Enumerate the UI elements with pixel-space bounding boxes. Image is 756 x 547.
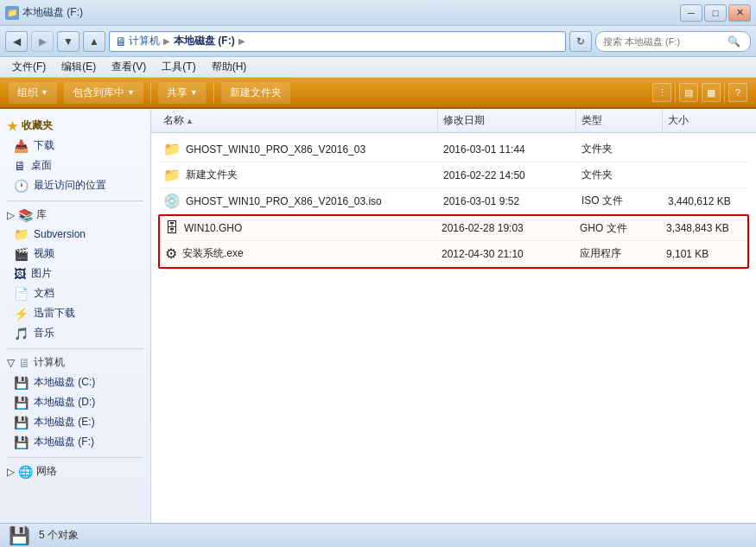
file-type-cell: 文件夹 (576, 165, 663, 185)
sidebar-item-music[interactable]: 🎵 音乐 (0, 323, 150, 343)
file-type-cell: 应用程序 (575, 244, 661, 264)
file-table-header: 名称 ▲ 修改日期 类型 大小 (151, 109, 756, 133)
breadcrumb-current[interactable]: 本地磁盘 (F:) (174, 34, 235, 48)
file-size-cell: 9,101 KB (661, 245, 747, 263)
refresh-button[interactable]: ↻ (569, 31, 592, 52)
close-button[interactable]: ✕ (728, 4, 751, 22)
file-name-cell: 🗄 WIN10.GHO (160, 218, 436, 239)
sidebar-network-header[interactable]: ▷ 🌐 网络 (0, 461, 150, 481)
item-count: 5 个对象 (39, 528, 79, 543)
share-button[interactable]: 共享 ▼ (158, 82, 206, 104)
sidebar-item-disk-c[interactable]: 💾 本地磁盘 (C:) (0, 372, 150, 392)
toolbar: 组织 ▼ 包含到库中 ▼ 共享 ▼ 新建文件夹 ⋮ ▤ ▦ ? (0, 78, 756, 109)
sidebar-item-desktop[interactable]: 🖥 桌面 (0, 156, 150, 175)
title-bar: 📁 本地磁盘 (F:) ─ □ ✕ (0, 0, 756, 26)
sidebar-divider-3 (7, 457, 143, 458)
minimize-button[interactable]: ─ (680, 4, 702, 22)
menu-view[interactable]: 查看(V) (105, 58, 153, 76)
file-modified-cell: 2012-04-30 21:10 (436, 245, 575, 263)
library-folder-icon: 📚 (18, 208, 33, 222)
menu-tools[interactable]: 工具(T) (155, 58, 202, 76)
library-expand-icon: ▷ (7, 209, 15, 221)
sidebar-library-section: ▷ 📚 库 📁 Subversion 🎬 视频 🖼 图片 📄 文档 ⚡ (0, 205, 150, 343)
search-input[interactable] (603, 36, 724, 47)
sidebar: ★ 收藏夹 📥 下载 🖥 桌面 🕐 最近访问的位置 ▷ 📚 库 (0, 109, 151, 523)
file-modified-date: 2016-03-01 11:44 (443, 143, 525, 156)
help-button[interactable]: ? (728, 83, 747, 102)
file-size: 3,348,843 KB (666, 222, 729, 234)
col-size-header[interactable]: 大小 (663, 109, 749, 132)
table-row[interactable]: ⚙ 安装系统.exe 2012-04-30 21:10 应用程序 9,101 K… (160, 241, 747, 267)
file-type-icon: 📁 (163, 141, 181, 157)
pictures-icon: 🖼 (14, 267, 26, 281)
sidebar-item-pictures[interactable]: 🖼 图片 (0, 264, 150, 283)
music-icon: 🎵 (14, 327, 29, 340)
sidebar-item-download[interactable]: 📥 下载 (0, 136, 150, 156)
file-modified-date: 2016-02-22 14:50 (443, 169, 525, 181)
file-name: GHOST_WIN10_PRO_X86_V2016_03.iso (186, 195, 382, 207)
toolbar-separator-3 (675, 82, 676, 103)
file-modified-cell: 2016-03-01 9:52 (438, 193, 576, 210)
view-list-button[interactable]: ▤ (679, 83, 698, 102)
sidebar-item-disk-e[interactable]: 💾 本地磁盘 (E:) (0, 412, 150, 432)
include-library-button[interactable]: 包含到库中 ▼ (64, 82, 143, 104)
new-folder-button[interactable]: 新建文件夹 (221, 82, 290, 104)
computer-expand-icon: ▽ (7, 357, 15, 369)
file-name: 新建文件夹 (186, 168, 238, 182)
forward-button[interactable]: ▶ (31, 31, 54, 52)
dropdown-button[interactable]: ▼ (57, 31, 79, 52)
menu-bar: 文件(F) 编辑(E) 查看(V) 工具(T) 帮助(H) (0, 57, 756, 78)
table-row[interactable]: 📁 GHOST_WIN10_PRO_X86_V2016_03 2016-03-0… (158, 137, 749, 162)
sidebar-library-header[interactable]: ▷ 📚 库 (0, 205, 150, 225)
table-row[interactable]: 💿 GHOST_WIN10_PRO_X86_V2016_03.iso 2016-… (158, 188, 749, 214)
sidebar-favorites-header[interactable]: ★ 收藏夹 (0, 116, 150, 136)
subversion-icon: 📁 (14, 227, 29, 241)
up-button[interactable]: ▲ (83, 31, 105, 52)
sidebar-item-documents[interactable]: 📄 文档 (0, 283, 150, 303)
table-row[interactable]: 🗄 WIN10.GHO 2016-02-28 19:03 GHO 文件 3,34… (160, 216, 747, 241)
sidebar-item-videos[interactable]: 🎬 视频 (0, 244, 150, 264)
file-size-cell: 3,348,843 KB (661, 219, 747, 237)
desktop-icon: 🖥 (14, 159, 26, 173)
file-size-cell (663, 173, 749, 178)
share-arrow-icon: ▼ (190, 88, 198, 97)
file-modified-cell: 2016-02-28 19:03 (436, 219, 575, 237)
organize-button[interactable]: 组织 ▼ (9, 82, 57, 104)
search-icon[interactable]: 🔍 (727, 35, 740, 48)
sidebar-item-subversion[interactable]: 📁 Subversion (0, 225, 150, 244)
drive-icon: 💾 (9, 525, 30, 546)
organize-arrow-icon: ▼ (41, 88, 48, 97)
menu-file[interactable]: 文件(F) (5, 58, 53, 76)
more-options-button[interactable]: ⋮ (652, 83, 671, 102)
window-icon: 📁 (5, 6, 19, 20)
toolbar-separator-1 (150, 82, 151, 103)
file-name-cell: 💿 GHOST_WIN10_PRO_X86_V2016_03.iso (158, 190, 438, 212)
col-name-header[interactable]: 名称 ▲ (158, 109, 438, 132)
sidebar-item-xunlei[interactable]: ⚡ 迅雷下载 (0, 303, 150, 323)
menu-help[interactable]: 帮助(H) (205, 58, 254, 76)
file-modified-date: 2016-02-28 19:03 (442, 222, 524, 234)
view-details-button[interactable]: ▦ (702, 83, 721, 102)
sidebar-item-disk-f[interactable]: 💾 本地磁盘 (F:) (0, 432, 150, 452)
sidebar-computer-header[interactable]: ▽ 🖥 计算机 (0, 353, 150, 372)
file-list: 📁 GHOST_WIN10_PRO_X86_V2016_03 2016-03-0… (151, 133, 756, 523)
col-type-header[interactable]: 类型 (576, 109, 663, 132)
sidebar-favorites-section: ★ 收藏夹 📥 下载 🖥 桌面 🕐 最近访问的位置 (0, 116, 150, 195)
menu-edit[interactable]: 编辑(E) (54, 58, 103, 76)
file-type-icon: 🗄 (165, 220, 179, 236)
maximize-button[interactable]: □ (704, 4, 727, 22)
back-button[interactable]: ◀ (5, 31, 28, 52)
file-type-icon: ⚙ (165, 245, 177, 262)
table-row[interactable]: 📁 新建文件夹 2016-02-22 14:50 文件夹 (158, 162, 749, 188)
sidebar-item-disk-d[interactable]: 💾 本地磁盘 (D:) (0, 392, 150, 412)
toolbar-separator-4 (724, 82, 725, 103)
col-modified-header[interactable]: 修改日期 (438, 109, 576, 132)
selected-files-group: 🗄 WIN10.GHO 2016-02-28 19:03 GHO 文件 3,34… (158, 214, 749, 269)
file-modified-date: 2012-04-30 21:10 (442, 248, 524, 260)
file-area: 名称 ▲ 修改日期 类型 大小 📁 GHOST_WIN10_PRO_X86_V2… (151, 109, 756, 523)
file-name-cell: ⚙ 安装系统.exe (160, 243, 436, 264)
breadcrumb-computer[interactable]: 🖥 计算机 (115, 34, 160, 48)
file-name-cell: 📁 新建文件夹 (158, 164, 438, 186)
sidebar-item-recent-places[interactable]: 🕐 最近访问的位置 (0, 175, 150, 195)
download-folder-icon: 📥 (14, 139, 29, 153)
